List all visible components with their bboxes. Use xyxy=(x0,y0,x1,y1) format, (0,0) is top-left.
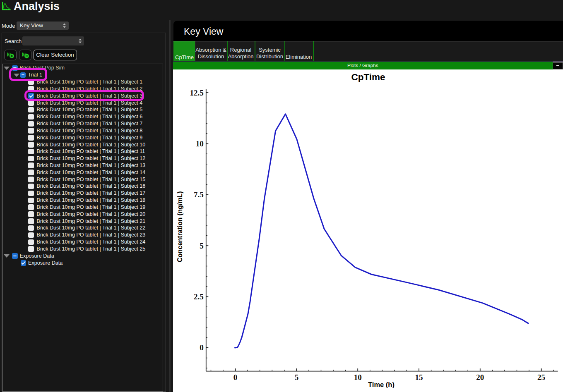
svg-text:20: 20 xyxy=(476,373,484,382)
svg-text:0: 0 xyxy=(233,373,238,382)
svg-text:10: 10 xyxy=(354,373,362,382)
svg-text:7.5: 7.5 xyxy=(194,190,204,199)
svg-text:Concentration (ng/mL): Concentration (ng/mL) xyxy=(176,191,183,263)
svg-text:0: 0 xyxy=(200,343,204,352)
svg-text:12.5: 12.5 xyxy=(190,88,204,97)
svg-text:5: 5 xyxy=(295,373,299,382)
svg-text:5: 5 xyxy=(200,241,204,250)
svg-text:10: 10 xyxy=(196,139,204,148)
svg-text:2.5: 2.5 xyxy=(194,292,204,301)
svg-text:15: 15 xyxy=(415,373,423,382)
svg-text:CpTime: CpTime xyxy=(351,72,385,82)
svg-text:Time (h): Time (h) xyxy=(368,381,395,388)
svg-text:25: 25 xyxy=(537,373,545,382)
